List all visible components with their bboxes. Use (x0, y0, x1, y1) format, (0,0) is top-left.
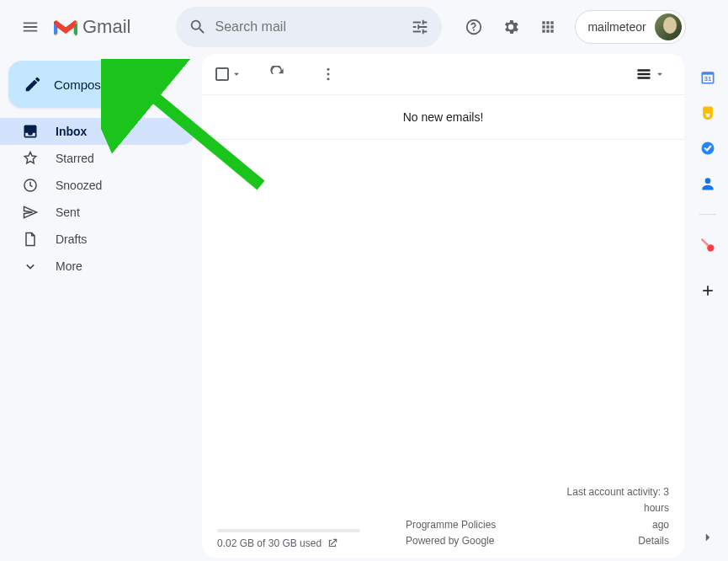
star-icon (22, 150, 39, 167)
product-name: Gmail (82, 16, 130, 38)
svg-point-15 (705, 178, 711, 184)
apps-grid-icon (539, 19, 556, 35)
help-icon (465, 18, 483, 36)
inbox-icon (22, 123, 39, 140)
refresh-icon (269, 66, 286, 83)
clock-icon (22, 177, 39, 194)
mail-list-panel: No new emails! 0.02 GB of 30 GB used Pro… (202, 54, 684, 558)
select-all-checkbox[interactable] (215, 67, 242, 81)
contacts-icon (699, 175, 716, 192)
nav-label: Sent (56, 206, 80, 219)
sidebar-item-starred[interactable]: Starred (0, 145, 195, 172)
sidebar-item-more[interactable]: More (0, 253, 195, 280)
apps-button[interactable] (531, 10, 565, 44)
list-icon (635, 66, 652, 83)
gmail-logo[interactable]: Gmail (54, 16, 130, 38)
svg-marker-2 (54, 23, 56, 34)
nav-label: Drafts (56, 232, 87, 246)
keep-addon-button[interactable] (699, 104, 716, 121)
main-menu-button[interactable] (10, 7, 50, 47)
activity-text-2: ago (544, 517, 669, 533)
sidebar: Compose Inbox Starred Snoozed Sent Draft… (0, 54, 202, 561)
search-button[interactable] (181, 10, 215, 44)
header-actions: mailmeteor (457, 10, 685, 44)
account-name: mailmeteor (587, 20, 646, 34)
footer: 0.02 GB of 30 GB used Programme Policies… (202, 484, 684, 558)
nav-label: More (56, 259, 82, 273)
calendar-addon-button[interactable]: 31 (699, 69, 716, 86)
hamburger-icon (21, 18, 40, 36)
svg-marker-3 (76, 23, 77, 34)
open-in-new-icon[interactable] (327, 537, 338, 549)
settings-button[interactable] (494, 10, 528, 44)
gear-icon (502, 18, 520, 36)
search-bar (176, 7, 442, 47)
chevron-down-icon (22, 258, 39, 275)
chevron-right-icon (700, 530, 715, 545)
rail-separator (699, 214, 716, 215)
main: No new emails! 0.02 GB of 30 GB used Pro… (202, 54, 688, 561)
storage-info: 0.02 GB of 30 GB used (217, 529, 385, 549)
support-button[interactable] (457, 10, 491, 44)
sidebar-item-sent[interactable]: Sent (0, 199, 195, 226)
calendar-icon: 31 (699, 69, 716, 86)
send-icon (22, 204, 39, 221)
tasks-icon (699, 140, 716, 157)
search-input[interactable] (215, 19, 403, 35)
meteor-icon (699, 237, 716, 254)
storage-bar (217, 529, 360, 532)
tasks-addon-button[interactable] (699, 140, 716, 157)
keep-icon (699, 104, 716, 121)
svg-text:31: 31 (704, 75, 711, 83)
hide-side-panel-button[interactable] (694, 524, 721, 551)
checkbox-icon (215, 67, 229, 81)
search-icon (189, 18, 207, 36)
activity-text-1: Last account activity: 3 hours (544, 484, 669, 516)
search-options-button[interactable] (403, 10, 437, 44)
sidebar-item-drafts[interactable]: Drafts (0, 226, 195, 253)
programme-policies-link[interactable]: Programme Policies (406, 517, 523, 533)
compose-label: Compose (54, 77, 108, 92)
side-panel: 31 (688, 54, 728, 561)
get-addons-button[interactable] (699, 282, 716, 299)
activity-details-link[interactable]: Details (544, 533, 669, 549)
avatar (655, 13, 682, 40)
tune-icon (411, 18, 429, 36)
pencil-icon (24, 75, 42, 94)
account-button[interactable]: mailmeteor (575, 10, 685, 44)
plus-icon (699, 282, 716, 299)
toggle-split-pane-button[interactable] (630, 61, 671, 88)
body: Compose Inbox Starred Snoozed Sent Draft… (0, 54, 728, 561)
sidebar-item-snoozed[interactable]: Snoozed (0, 172, 195, 199)
nav-label: Inbox (56, 125, 87, 138)
gmail-m-icon (54, 18, 77, 36)
caret-down-icon (231, 68, 242, 80)
refresh-button[interactable] (263, 59, 293, 89)
footer-activity: Last account activity: 3 hours ago Detai… (544, 484, 669, 549)
more-vert-icon (320, 66, 337, 83)
storage-text: 0.02 GB of 30 GB used (217, 537, 321, 549)
mailmeteor-addon-button[interactable] (699, 237, 716, 254)
empty-state-message: No new emails! (202, 94, 684, 140)
footer-policies: Programme Policies Powered by Google (406, 517, 523, 549)
contacts-addon-button[interactable] (699, 175, 716, 192)
nav-label: Snoozed (56, 179, 102, 192)
file-icon (22, 231, 39, 248)
svg-point-7 (327, 68, 330, 71)
nav: Inbox Starred Snoozed Sent Drafts More (0, 118, 202, 280)
sidebar-item-inbox[interactable]: Inbox (0, 118, 195, 145)
svg-point-9 (327, 77, 330, 80)
svg-point-8 (327, 73, 330, 76)
header: Gmail mailmeteor (0, 0, 728, 54)
toolbar (202, 54, 684, 94)
caret-down-icon (654, 68, 666, 80)
more-button[interactable] (313, 59, 343, 89)
compose-button[interactable]: Compose (8, 61, 126, 108)
powered-by-text: Powered by Google (406, 533, 523, 549)
nav-label: Starred (56, 152, 94, 165)
